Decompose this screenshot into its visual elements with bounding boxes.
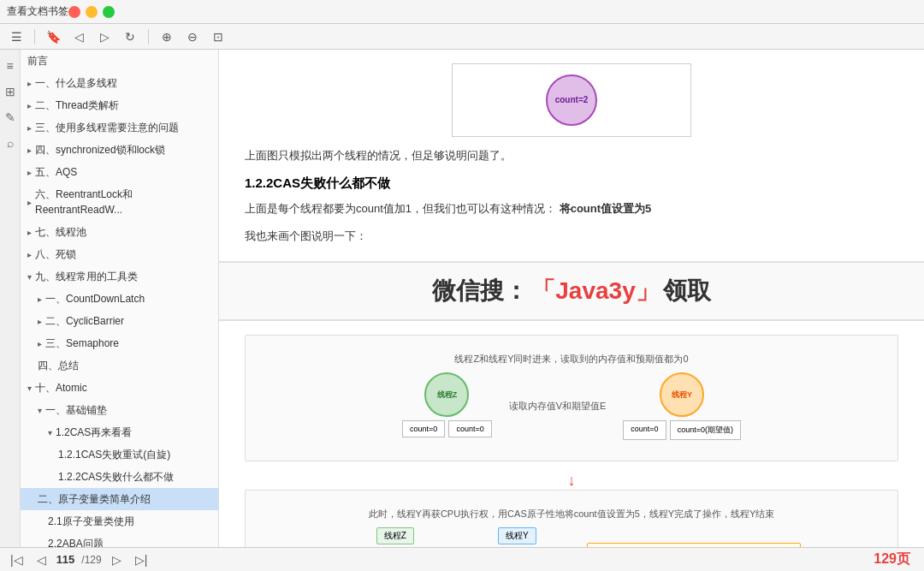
- triangle-icon: ▾: [38, 404, 42, 417]
- sidebar-item-label: 四、synchronized锁和lock锁: [35, 142, 165, 158]
- maximize-button[interactable]: [103, 6, 115, 18]
- sidebar-item-ch6[interactable]: ▸ 六、ReentrantLock和ReentrantReadW...: [21, 183, 218, 221]
- sidebar-item-ch10-1[interactable]: ▾ 一、基础铺垫: [21, 399, 218, 421]
- first-page-button[interactable]: |◁: [7, 553, 27, 567]
- sidebar-item-ch9-2[interactable]: ▸ 二、CyclicBarrier: [21, 310, 218, 332]
- sidebar-item-ch10-2-2[interactable]: 2.2ABA问题: [21, 532, 218, 547]
- sidebar-item-label: 五、AQS: [35, 164, 77, 180]
- triangle-icon: ▸: [38, 293, 42, 306]
- triangle-icon: ▾: [27, 382, 32, 395]
- down-arrow-1: ↓: [245, 472, 898, 490]
- sidebar-item-preface[interactable]: 前言: [21, 50, 218, 72]
- close-button[interactable]: [68, 6, 80, 18]
- fit-icon[interactable]: ⊡: [209, 27, 228, 46]
- para1-bold: 将count值设置为5: [560, 202, 652, 215]
- toolbar-separator-2: [148, 29, 149, 45]
- sidebar-item-label: 三、Semaphore: [45, 336, 119, 351]
- sidebar-item-label: 二、Thread类解析: [35, 98, 119, 113]
- sidebar-item-ch10-2[interactable]: 二、原子变量类简单介绍: [21, 488, 218, 510]
- thumb-icon[interactable]: ⊞: [3, 82, 18, 101]
- sidebar-item-ch9-4[interactable]: 四、总结: [21, 354, 218, 377]
- toolbar: ☰ 🔖 ◁ ▷ ↻ ⊕ ⊖ ⊡: [0, 24, 924, 50]
- sidebar-item-ch3[interactable]: ▸ 三、使用多线程需要注意的问题: [21, 116, 218, 139]
- intro-text: 上面图只模拟出两个线程的情况，但足够说明问题了。: [245, 146, 898, 165]
- menu-icon[interactable]: ☰: [7, 27, 26, 46]
- sidebar-item-label: 一、什么是多线程: [35, 75, 117, 91]
- last-page-button[interactable]: ▷|: [132, 553, 151, 567]
- z-count-box: count=0: [402, 420, 445, 437]
- thread-y-label-2: 线程Y: [498, 527, 536, 544]
- sidebar-item-ch9[interactable]: ▾ 九、线程常用的工具类: [21, 265, 218, 288]
- banner-prefix: 微信搜：: [432, 277, 528, 304]
- count-circle-diagram: count=2: [546, 74, 597, 126]
- zoom-out-icon[interactable]: ⊖: [183, 27, 202, 46]
- cas-note: CAS原子性设置count的值为5，随后线程Y结束: [587, 543, 801, 547]
- sidebar-item-ch10-1-2-2[interactable]: 1.2.2CAS失败什么都不做: [21, 466, 218, 488]
- sidebar-item-label: 1.2CAS再来看看: [56, 425, 132, 440]
- page-indicator: 129页: [874, 550, 910, 568]
- top-bar-title: 查看文档书签: [7, 4, 68, 19]
- triangle-icon: ▸: [38, 337, 42, 350]
- prev-page-button[interactable]: ◁: [33, 553, 50, 567]
- diagram-1-desc: 线程Z和线程Y同时进来，读取到的内存值和预期值都为0: [259, 353, 884, 366]
- sidebar-item-ch9-3[interactable]: ▸ 三、Semaphore: [21, 332, 218, 354]
- sidebar-item-label: 九、线程常用的工具类: [35, 269, 138, 284]
- sidebar-item-ch2[interactable]: ▸ 二、Thread类解析: [21, 94, 218, 116]
- y-expect-box: count=0(期望值): [670, 420, 741, 440]
- sidebar-item-label: 前言: [27, 53, 48, 68]
- thread-z-circle: 线程Z: [424, 372, 469, 417]
- para1: 上面是每个线程都要为count值加1，但我们也可以有这种情况： 将count值设…: [245, 199, 898, 218]
- sidebar-item-ch10[interactable]: ▾ 十、Atomic: [21, 377, 218, 399]
- sidebar-item-ch5[interactable]: ▸ 五、AQS: [21, 161, 218, 183]
- diagram-desc-text: 线程Z和线程Y同时进来，读取到的内存值和预期值都为0: [454, 354, 688, 364]
- banner-highlight: 「Java3y」: [531, 277, 659, 304]
- sidebar-item-ch4[interactable]: ▸ 四、synchronized锁和lock锁: [21, 139, 218, 161]
- rotate-icon[interactable]: ↻: [121, 27, 139, 46]
- sidebar-item-ch10-2-1[interactable]: 2.1原子变量类使用: [21, 510, 218, 532]
- toolbar-separator-1: [34, 29, 35, 45]
- annot-icon[interactable]: ✎: [3, 108, 18, 127]
- para2: 我也来画个图说明一下：: [245, 226, 898, 246]
- banner-suffix: 领取: [663, 277, 711, 304]
- current-page: 115: [56, 553, 75, 566]
- triangle-icon: ▸: [27, 196, 32, 209]
- sidebar-item-label: 十、Atomic: [35, 380, 87, 396]
- z-expect-box: count=0: [448, 420, 491, 437]
- page-nav: |◁ ◁ 115 /129 ▷ ▷| 129页: [0, 547, 924, 571]
- sidebar-item-ch9-1[interactable]: ▸ 一、CountDownLatch: [21, 288, 218, 310]
- sidebar-item-label: 三、使用多线程需要注意的问题: [35, 120, 179, 135]
- minimize-button[interactable]: [86, 6, 98, 18]
- search-icon[interactable]: ⌕: [4, 134, 16, 152]
- next-page-icon[interactable]: ▷: [95, 27, 114, 46]
- zoom-in-icon[interactable]: ⊕: [157, 27, 176, 46]
- y-count-box: count=0: [623, 420, 666, 440]
- sidebar-item-label: 八、死锁: [35, 247, 76, 262]
- sidebar-item-ch8[interactable]: ▸ 八、死锁: [21, 243, 218, 265]
- sidebar-item-label: 七、线程池: [35, 224, 86, 240]
- sidebar-item-label: 1.2.1CAS失败重试(自旋): [58, 447, 170, 462]
- top-bar: 查看文档书签: [0, 0, 924, 24]
- sidebar-item-ch7[interactable]: ▸ 七、线程池: [21, 221, 218, 243]
- para1-text: 上面是每个线程都要为count值加1，但我们也可以有这种情况：: [245, 202, 556, 215]
- window-controls: [68, 6, 115, 18]
- sidebar-item-ch10-1-2-1[interactable]: 1.2.1CAS失败重试(自旋): [21, 443, 218, 466]
- middle-desc: 读取内存值V和期望值E: [509, 400, 607, 413]
- diagram-2-desc: 此时，线程Y再获CPU执行权，用CAS原子性地将count值设置为5，线程Y完成…: [259, 508, 884, 520]
- sidebar-item-label: 六、ReentrantLock和ReentrantReadW...: [35, 187, 211, 217]
- next-page-button[interactable]: ▷: [109, 553, 125, 567]
- sidebar-item-label: 二、CyclicBarrier: [45, 313, 124, 329]
- sidebar-item-label: 一、基础铺垫: [45, 402, 107, 418]
- sidebar-item-label: 四、总结: [38, 358, 79, 373]
- thread-y-circle: 线程Y: [660, 372, 704, 417]
- sidebar-icon-strip: ≡ ⊞ ✎ ⌕: [0, 50, 21, 547]
- bookmark-icon[interactable]: 🔖: [44, 27, 62, 46]
- diagram-2: 此时，线程Y再获CPU执行权，用CAS原子性地将count值设置为5，线程Y完成…: [245, 490, 898, 547]
- sidebar-item-ch10-1-2[interactable]: ▾ 1.2CAS再来看看: [21, 421, 218, 443]
- prev-page-icon[interactable]: ◁: [69, 27, 88, 46]
- sidebar-item-ch1[interactable]: ▸ 一、什么是多线程: [21, 72, 218, 94]
- section-heading: 1.2.2CAS失败什么都不做: [245, 175, 898, 192]
- diagram-1: 线程Z和线程Y同时进来，读取到的内存值和预期值都为0 线程Z count=0 c…: [245, 335, 898, 461]
- triangle-icon: ▸: [27, 166, 32, 179]
- toc-icon[interactable]: ≡: [3, 57, 15, 75]
- diagram-2-desc-text: 此时，线程Y再获CPU执行权，用CAS原子性地将count值设置为5，线程Y完成…: [369, 509, 775, 519]
